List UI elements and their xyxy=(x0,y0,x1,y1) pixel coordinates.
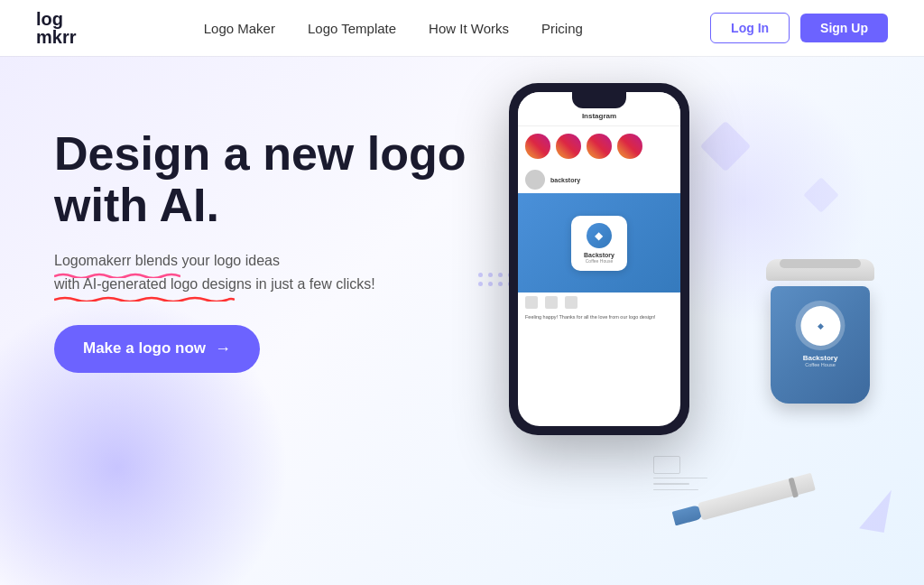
dot xyxy=(478,282,483,286)
post-avatar xyxy=(525,170,545,190)
instagram-post: backstory Backstory Coffee House xyxy=(518,166,680,327)
nav-logo-template[interactable]: Logo Template xyxy=(308,21,396,36)
header-actions: Log In Sign Up xyxy=(710,13,888,43)
marker-body xyxy=(698,473,816,521)
login-button[interactable]: Log In xyxy=(710,13,790,43)
phone-screen: Instagram backstory Backstory xyxy=(518,92,680,426)
dot xyxy=(488,282,493,286)
cup-logo-circle: ◆ xyxy=(796,301,845,350)
sketch-line-3 xyxy=(653,489,698,491)
diamond-decoration-2 xyxy=(803,177,839,213)
story-avatar-3 xyxy=(587,134,612,159)
cup-brand-name: Backstory xyxy=(796,354,845,362)
nav-logo-maker[interactable]: Logo Maker xyxy=(204,21,275,36)
instagram-stories xyxy=(518,126,680,166)
sketch-line-2 xyxy=(653,483,689,485)
comment-icon xyxy=(545,296,558,309)
hero-section: Design a new logo with AI. Logomakerr bl… xyxy=(0,56,924,585)
post-image: Backstory Coffee House xyxy=(518,193,680,292)
hero-title: Design a new logo with AI. xyxy=(54,128,467,231)
post-actions xyxy=(518,292,680,312)
post-username: backstory xyxy=(550,177,580,183)
dot xyxy=(498,273,503,277)
hero-desc-line1: Logomakerr blends your logo ideas xyxy=(54,249,280,273)
dot xyxy=(498,282,503,286)
logo-line2: mkrr xyxy=(36,28,77,46)
ig-brand-name: Backstory xyxy=(584,252,614,258)
cta-button[interactable]: Make a logo now → xyxy=(54,325,260,373)
hero-content: Design a new logo with AI. Logomakerr bl… xyxy=(54,128,467,373)
cup-lid xyxy=(766,259,874,281)
phone-notch xyxy=(572,92,626,108)
cup-brand-sub: Coffee House xyxy=(796,362,845,367)
like-icon xyxy=(525,296,538,309)
diamond-decoration-1 xyxy=(700,121,752,172)
dot xyxy=(488,273,493,277)
sketch-square xyxy=(653,456,680,474)
triangle-decoration xyxy=(859,486,892,533)
cup-lid-top xyxy=(780,259,861,268)
logo[interactable]: log mkrr xyxy=(36,10,77,46)
post-header: backstory xyxy=(518,166,680,193)
logo-icon xyxy=(587,223,612,248)
coffee-cup: ◆ Backstory Coffee House xyxy=(762,255,879,404)
ig-brand-sub: Coffee House xyxy=(584,258,614,264)
sketch-lines-decoration xyxy=(653,456,707,496)
hero-desc-line2: with AI-generated logo designs in just a… xyxy=(54,273,375,296)
marker-clip xyxy=(789,478,799,498)
sketch-line-1 xyxy=(653,478,707,479)
phone-mockup: Instagram backstory Backstory xyxy=(509,83,689,435)
hero-description: Logomakerr blends your logo ideas with A… xyxy=(54,249,379,295)
signup-button[interactable]: Sign Up xyxy=(800,14,888,42)
logo-line1: log xyxy=(36,10,77,28)
story-avatar-2 xyxy=(556,134,581,159)
cta-label: Make a logo now xyxy=(83,339,206,358)
story-avatar-4 xyxy=(617,134,642,159)
post-caption: Feeling happy! Thanks for all the love f… xyxy=(518,312,680,327)
dot xyxy=(478,273,483,277)
cup-logo: ◆ Backstory Coffee House xyxy=(796,301,845,367)
nav-pricing[interactable]: Pricing xyxy=(541,21,583,36)
header: log mkrr Logo Maker Logo Template How It… xyxy=(0,0,924,56)
logo-card: Backstory Coffee House xyxy=(571,216,627,271)
main-nav: Logo Maker Logo Template How It Works Pr… xyxy=(204,21,583,36)
story-avatar-1 xyxy=(525,134,550,159)
cup-body: ◆ Backstory Coffee House xyxy=(771,286,870,404)
phone-mockup-container: Instagram backstory Backstory xyxy=(509,83,707,435)
caption-text: Feeling happy! Thanks for all the love f… xyxy=(525,314,673,321)
cup-logo-inner: ◆ xyxy=(800,306,840,346)
share-icon xyxy=(565,296,578,309)
cta-arrow-icon: → xyxy=(215,339,231,358)
nav-how-it-works[interactable]: How It Works xyxy=(429,21,509,36)
